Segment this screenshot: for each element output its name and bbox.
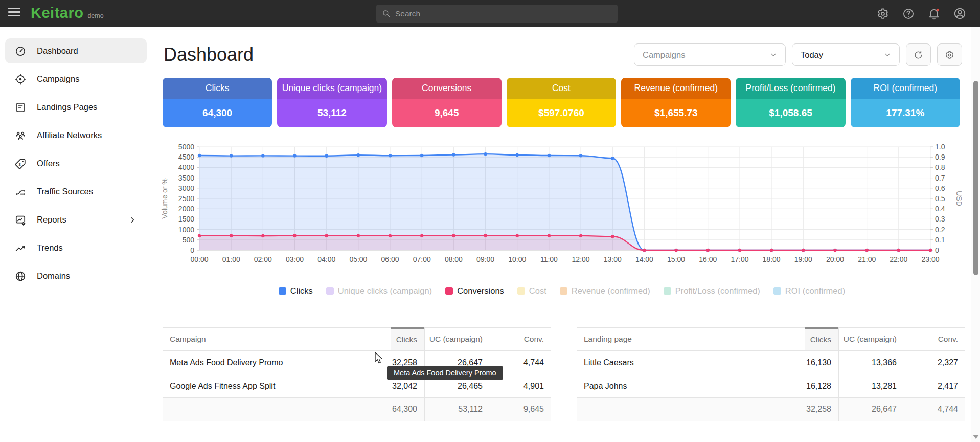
svg-text:19:00: 19:00 <box>794 255 812 263</box>
legend-item[interactable]: Clicks <box>279 286 313 296</box>
refresh-icon <box>913 50 924 60</box>
totals-cell <box>577 397 805 421</box>
svg-text:0.2: 0.2 <box>935 226 945 234</box>
stat-card-label: Conversions <box>392 78 502 99</box>
dashboard-icon <box>14 45 27 57</box>
legend-label: Cost <box>529 286 546 296</box>
date-range-value: Today <box>801 50 883 60</box>
brand[interactable]: Keitaro demo <box>31 5 104 21</box>
legend-item[interactable]: Conversions <box>445 286 504 296</box>
svg-text:0.8: 0.8 <box>935 163 945 171</box>
sidebar-item-trends[interactable]: Trends <box>5 235 147 260</box>
svg-text:08:00: 08:00 <box>445 255 463 263</box>
gear-icon <box>945 50 954 60</box>
legend-label: ROI (confirmed) <box>785 286 845 296</box>
top-bar: Keitaro demo <box>0 0 980 27</box>
page-scrollbar[interactable] <box>971 27 980 442</box>
sidebar-item-landings-pages[interactable]: Landings Pages <box>5 95 147 120</box>
svg-text:0.9: 0.9 <box>935 153 945 161</box>
column-header-landing-page[interactable]: Landing page <box>577 327 805 350</box>
table-cell: 13,366 <box>838 350 904 374</box>
column-header-campaign[interactable]: Campaign <box>163 327 391 350</box>
svg-text:500: 500 <box>183 236 195 244</box>
legend-item[interactable]: Unique clicks (campaign) <box>326 286 432 296</box>
svg-text:0.4: 0.4 <box>935 205 945 213</box>
chevron-down-icon <box>883 50 892 59</box>
global-search[interactable] <box>376 5 618 23</box>
sidebar-item-reports[interactable]: Reports <box>5 207 147 232</box>
campaigns-filter-select[interactable]: Campaigns <box>634 43 786 66</box>
help-icon[interactable] <box>902 7 915 20</box>
svg-text:0: 0 <box>935 246 939 254</box>
svg-text:13:00: 13:00 <box>604 255 622 263</box>
sidebar-item-label: Offers <box>37 159 60 168</box>
totals-cell: 32,258 <box>805 397 838 421</box>
svg-text:4000: 4000 <box>178 163 194 171</box>
svg-text:21:00: 21:00 <box>858 255 876 263</box>
stat-card-label: Profit/Loss (confirmed) <box>736 78 845 99</box>
column-header-conv[interactable]: Conv. <box>904 327 965 350</box>
scrollbar-thumb[interactable] <box>973 81 978 275</box>
sidebar-item-domains[interactable]: Domains <box>5 263 147 289</box>
table-row[interactable]: Papa Johns16,12813,2812,417 <box>577 374 965 397</box>
dashboard-settings-button[interactable] <box>937 43 962 66</box>
svg-text:0.7: 0.7 <box>935 174 945 182</box>
sidebar-item-campaigns[interactable]: Campaigns <box>5 67 147 92</box>
search-input[interactable] <box>395 9 612 18</box>
scroll-down-arrow[interactable] <box>973 435 979 439</box>
column-header-uc-campaign[interactable]: UC (campaign) <box>838 327 904 350</box>
totals-cell: 64,300 <box>391 397 424 421</box>
traffic-chart: 0500100015002000250030003500400045005000… <box>153 144 980 275</box>
svg-text:0.3: 0.3 <box>935 215 945 223</box>
svg-text:10:00: 10:00 <box>508 255 526 263</box>
legend-item[interactable]: Cost <box>517 286 546 296</box>
main-content: Dashboard Campaigns Today Clicks64,300Un… <box>153 27 980 442</box>
sidebar-item-dashboard[interactable]: Dashboard <box>5 38 147 63</box>
table-header-row: CampaignClicksUC (campaign)Conv. <box>163 327 551 350</box>
svg-text:05:00: 05:00 <box>349 255 367 263</box>
column-header-uc-campaign[interactable]: UC (campaign) <box>424 327 490 350</box>
svg-text:2000: 2000 <box>178 205 194 213</box>
stat-card-value: $1,058.65 <box>736 99 845 127</box>
notifications-bell-icon[interactable] <box>927 7 941 20</box>
account-icon[interactable] <box>953 7 967 20</box>
stat-card-cost: Cost$597.0760 <box>507 78 616 127</box>
table-totals-row: 32,25826,6474,744 <box>577 397 965 421</box>
column-header-conv[interactable]: Conv. <box>490 327 551 350</box>
legend-item[interactable]: ROI (confirmed) <box>773 286 845 296</box>
totals-cell: 9,645 <box>490 397 551 421</box>
sidebar-item-label: Trends <box>37 243 63 253</box>
legend-swatch <box>773 287 781 295</box>
legend-label: Unique clicks (campaign) <box>338 286 432 296</box>
legend-swatch <box>664 287 671 295</box>
sidebar-item-label: Reports <box>37 215 66 225</box>
stat-card-revenue: Revenue (confirmed)$1,655.73 <box>621 78 731 127</box>
column-header-clicks[interactable]: Clicks <box>805 327 838 350</box>
row-tooltip: Meta Ads Food Delivery Promo <box>387 366 503 380</box>
sidebar-item-affiliate-networks[interactable]: Affiliate Networks <box>5 123 147 148</box>
svg-text:20:00: 20:00 <box>826 255 844 263</box>
sidebar-item-traffic-sources[interactable]: Traffic Sources <box>5 179 147 204</box>
svg-text:03:00: 03:00 <box>286 255 304 263</box>
landing-pages-table: Landing pageClicksUC (campaign)Conv.Litt… <box>577 327 965 421</box>
svg-text:00:00: 00:00 <box>190 255 208 263</box>
table-row[interactable]: Little Caesars16,13013,3662,327 <box>577 350 965 374</box>
legend-item[interactable]: Revenue (confirmed) <box>560 286 650 296</box>
svg-text:1000: 1000 <box>178 226 194 234</box>
env-label: demo <box>87 12 103 19</box>
svg-text:06:00: 06:00 <box>381 255 399 263</box>
menu-icon[interactable] <box>8 8 20 19</box>
date-range-select[interactable]: Today <box>792 43 900 66</box>
stat-card-value: 177.31% <box>851 99 960 127</box>
table-cell: 13,281 <box>838 374 904 397</box>
offers-icon: $ <box>14 158 27 170</box>
landings-icon <box>14 101 27 114</box>
stat-card-roi: ROI (confirmed)177.31% <box>851 78 960 127</box>
svg-text:09:00: 09:00 <box>476 255 494 263</box>
legend-item[interactable]: Profit/Loss (confirmed) <box>664 286 760 296</box>
column-header-clicks[interactable]: Clicks <box>391 327 424 350</box>
settings-icon[interactable] <box>876 7 890 20</box>
sidebar-item-offers[interactable]: $Offers <box>5 151 147 176</box>
refresh-button[interactable] <box>906 43 931 66</box>
svg-text:18:00: 18:00 <box>763 255 781 263</box>
